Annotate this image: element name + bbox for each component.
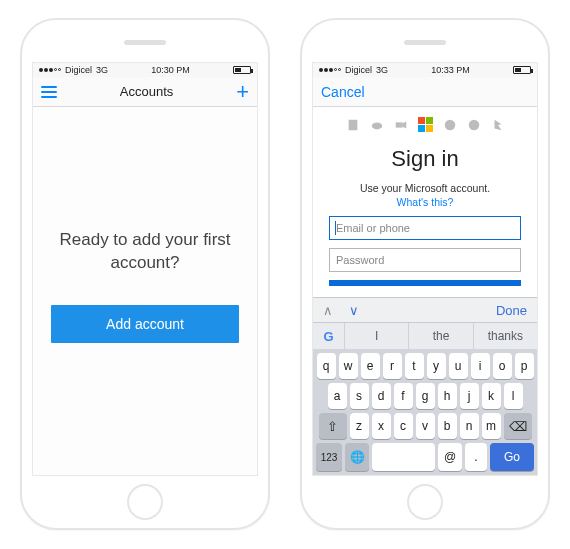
service-icons-row <box>346 117 505 132</box>
add-icon[interactable]: + <box>236 81 249 103</box>
video-icon <box>394 118 408 132</box>
key-go[interactable]: Go <box>490 443 534 471</box>
carrier-label: Digicel <box>345 65 372 75</box>
password-field[interactable]: Password <box>329 248 521 272</box>
key-b[interactable]: b <box>438 413 457 439</box>
battery-icon <box>233 66 251 74</box>
clock-label: 10:30 PM <box>151 65 190 75</box>
google-icon[interactable]: G <box>313 323 345 349</box>
suggestion-bar: G I the thanks <box>313 323 537 349</box>
key-i[interactable]: i <box>471 353 490 379</box>
cancel-button[interactable]: Cancel <box>321 84 365 100</box>
signin-heading: Sign in <box>391 146 458 172</box>
add-account-button[interactable]: Add account <box>51 305 239 343</box>
key-123[interactable]: 123 <box>316 443 342 471</box>
kb-row-3: ⇧ z x c v b n m ⌫ <box>313 409 537 439</box>
nav-bar: Cancel <box>313 77 537 107</box>
key-p[interactable]: p <box>515 353 534 379</box>
home-button[interactable] <box>127 484 163 520</box>
signin-subtext: Use your Microsoft account. <box>360 182 490 194</box>
svg-point-4 <box>444 119 455 130</box>
whats-this-link[interactable]: What's this? <box>397 196 454 208</box>
skype-icon <box>467 118 481 132</box>
signal-dots-icon <box>39 68 61 72</box>
suggestion-2[interactable]: the <box>409 323 473 349</box>
kb-done-button[interactable]: Done <box>496 303 527 318</box>
phone-right: Digicel 3G 10:33 PM Cancel <box>300 18 550 530</box>
suggestion-1[interactable]: I <box>345 323 409 349</box>
key-k[interactable]: k <box>482 383 501 409</box>
screen-left: Digicel 3G 10:30 PM Accounts + Ready to … <box>32 62 258 476</box>
key-a[interactable]: a <box>328 383 347 409</box>
svg-point-1 <box>371 122 382 129</box>
key-globe[interactable]: 🌐 <box>345 443 369 471</box>
svg-rect-0 <box>348 119 357 130</box>
kb-row-1: q w e r t y u i o p <box>313 349 537 379</box>
globe-icon: 🌐 <box>350 450 365 464</box>
status-bar: Digicel 3G 10:33 PM <box>313 63 537 77</box>
password-placeholder: Password <box>336 254 384 266</box>
key-f[interactable]: f <box>394 383 413 409</box>
home-button[interactable] <box>407 484 443 520</box>
signal-dots-icon <box>319 68 341 72</box>
microsoft-logo-icon <box>418 117 433 132</box>
phone-speaker <box>124 40 166 45</box>
key-v[interactable]: v <box>416 413 435 439</box>
nav-title: Accounts <box>120 84 173 99</box>
key-s[interactable]: s <box>350 383 369 409</box>
key-w[interactable]: w <box>339 353 358 379</box>
phone-left: Digicel 3G 10:30 PM Accounts + Ready to … <box>20 18 270 530</box>
suggestion-3[interactable]: thanks <box>474 323 537 349</box>
prompt-text: Ready to add your first account? <box>51 229 239 275</box>
bing-icon <box>491 118 505 132</box>
key-c[interactable]: c <box>394 413 413 439</box>
network-label: 3G <box>376 65 388 75</box>
status-bar: Digicel 3G 10:30 PM <box>33 63 257 77</box>
key-o[interactable]: o <box>493 353 512 379</box>
key-dot[interactable]: . <box>465 443 487 471</box>
xbox-icon <box>443 118 457 132</box>
key-backspace[interactable]: ⌫ <box>504 413 532 439</box>
key-y[interactable]: y <box>427 353 446 379</box>
keyboard-toolbar: ∧ ∨ Done <box>313 297 537 323</box>
svg-marker-3 <box>402 121 406 128</box>
key-n[interactable]: n <box>460 413 479 439</box>
keyboard: ∧ ∨ Done G I the thanks q w e <box>313 297 537 475</box>
battery-icon <box>513 66 531 74</box>
key-u[interactable]: u <box>449 353 468 379</box>
screen-right: Digicel 3G 10:33 PM Cancel <box>312 62 538 476</box>
key-at[interactable]: @ <box>438 443 462 471</box>
key-e[interactable]: e <box>361 353 380 379</box>
key-m[interactable]: m <box>482 413 501 439</box>
key-g[interactable]: g <box>416 383 435 409</box>
kb-row-2: a s d f g h j k l <box>313 379 537 409</box>
key-d[interactable]: d <box>372 383 391 409</box>
phone-speaker <box>404 40 446 45</box>
backspace-icon: ⌫ <box>509 419 527 434</box>
email-field[interactable]: Email or phone <box>329 216 521 240</box>
key-space[interactable] <box>372 443 435 471</box>
key-l[interactable]: l <box>504 383 523 409</box>
svg-point-5 <box>468 119 479 130</box>
key-z[interactable]: z <box>350 413 369 439</box>
carrier-label: Digicel <box>65 65 92 75</box>
clock-label: 10:33 PM <box>431 65 470 75</box>
email-placeholder: Email or phone <box>336 222 410 234</box>
svg-rect-2 <box>395 122 402 127</box>
key-q[interactable]: q <box>317 353 336 379</box>
menu-icon[interactable] <box>41 86 57 98</box>
key-t[interactable]: t <box>405 353 424 379</box>
key-r[interactable]: r <box>383 353 402 379</box>
network-label: 3G <box>96 65 108 75</box>
signin-button[interactable] <box>329 280 521 286</box>
kb-row-4: 123 🌐 @ . Go <box>313 439 537 471</box>
onedrive-icon <box>370 118 384 132</box>
kb-prev-icon[interactable]: ∧ <box>323 303 333 318</box>
key-j[interactable]: j <box>460 383 479 409</box>
shift-icon: ⇧ <box>327 419 338 434</box>
kb-next-icon[interactable]: ∨ <box>349 303 359 318</box>
office-icon <box>346 118 360 132</box>
key-shift[interactable]: ⇧ <box>319 413 347 439</box>
key-h[interactable]: h <box>438 383 457 409</box>
key-x[interactable]: x <box>372 413 391 439</box>
